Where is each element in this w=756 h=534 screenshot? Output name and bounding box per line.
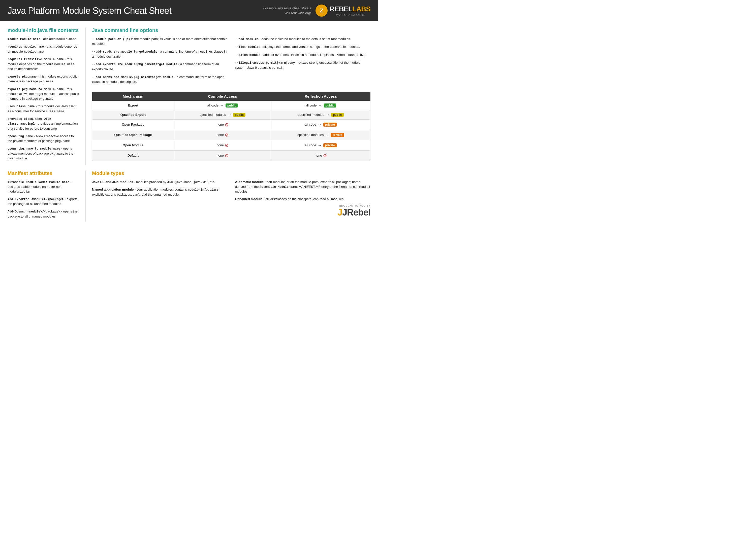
- reflect-open-package: all code→private: [271, 119, 370, 130]
- header-tagline: For more awesome cheat sheets visit rebe…: [263, 6, 311, 15]
- table-header-compile: Compile Access: [174, 92, 271, 101]
- entry-uses: uses class.name - this module declares i…: [8, 104, 79, 114]
- code-module: module module.name: [8, 38, 40, 41]
- bottom-section: Manifest attributes Automatic-Module-Nam…: [0, 170, 378, 227]
- entry-exports: exports pkg.name - this module exports p…: [8, 74, 79, 84]
- manifest-auto-module: Automatic-Module-Name: module.name - dec…: [8, 180, 79, 194]
- cmd-col1: --module-path or (-p) is the module path…: [92, 37, 228, 88]
- module-types-grid: Java SE and JDK modules - modules provid…: [92, 180, 370, 218]
- title-bold: Java Platform Module System: [8, 6, 121, 16]
- mechanism-qualified-export: Qualified Export: [92, 110, 174, 119]
- entry-exports-to: exports pkg.name to module.name - this m…: [8, 87, 79, 101]
- reflect-export: all code→public: [271, 101, 370, 110]
- reflect-default: none⊘: [271, 150, 370, 161]
- automatic-module: Automatic module - non-modular jar on th…: [235, 180, 371, 194]
- bottom-right: Module types Java SE and JDK modules - m…: [86, 170, 370, 222]
- cmd-add-reads: --add-reads src.module=target.module - a…: [92, 49, 228, 59]
- labs-text: LABS: [352, 5, 370, 13]
- module-types-col2: Automatic module - non-modular jar on th…: [235, 180, 371, 218]
- access-table: Mechanism Compile Access Reflection Acce…: [92, 92, 370, 161]
- table-row-export: Export all code→public all code→public: [92, 101, 370, 110]
- table-row-open-module: Open Module none⊘ all code→private: [92, 140, 370, 150]
- entry-requires-transitive: requires transitive module.name - this m…: [8, 57, 79, 71]
- compile-default: none⊘: [174, 150, 271, 161]
- entry-requires: requires module.name - this module depen…: [8, 44, 79, 54]
- reflect-qualified-open: specified modules→private: [271, 130, 370, 140]
- compile-open-module: none⊘: [174, 140, 271, 150]
- code-req-trans: requires transitive module.name: [8, 58, 64, 61]
- cmd-options-title: Java command line options: [92, 27, 370, 33]
- rebel-sub-text: by ZEROTURNAROUND: [330, 13, 370, 16]
- mechanism-default: Default: [92, 150, 174, 161]
- cmd-list-modules: --list-modules - displays the names and …: [235, 44, 371, 49]
- right-column: Java command line options --module-path …: [86, 27, 370, 165]
- table-header-mechanism: Mechanism: [92, 92, 174, 101]
- rebel-text: REBEL: [330, 5, 352, 13]
- brought-by-text: BROUGHT TO YOU BY: [235, 204, 371, 207]
- java-se-jdk: Java SE and JDK modules - modules provid…: [92, 180, 228, 185]
- code-exports-to: exports pkg.name to module.name: [8, 88, 64, 91]
- manifest-title: Manifest attributes: [8, 170, 79, 176]
- module-types-col1: Java SE and JDK modules - modules provid…: [92, 180, 228, 218]
- cmd-add-exports: --add-exports src.module/pkg.name=target…: [92, 62, 228, 71]
- entry-opens-to: opens pkg.name to module.name - opens pr…: [8, 146, 79, 161]
- named-module: Named application module - your applicat…: [92, 187, 228, 197]
- table-row-qualified-open: Qualified Open Package none⊘ specified m…: [92, 130, 370, 140]
- table-row-qualified-export: Qualified Export specified modules→publi…: [92, 110, 370, 119]
- jrebel-brand: JJRebel: [235, 207, 371, 218]
- tagline-line2: visit rebellabs.org!: [263, 11, 311, 15]
- table-row-open-package: Open Package none⊘ all code→private: [92, 119, 370, 130]
- mechanism-open-module: Open Module: [92, 140, 174, 150]
- rebel-logo-icon: Z: [315, 5, 328, 17]
- mechanism-open-package: Open Package: [92, 119, 174, 130]
- compile-qualified-export: specified modules→public: [174, 110, 271, 119]
- left-column: module-info.java file contents module mo…: [8, 27, 86, 165]
- table-row-default: Default none⊘ none⊘: [92, 150, 370, 161]
- footer-brand-block: BROUGHT TO YOU BY JJRebel: [235, 204, 371, 218]
- entry-provides: provides class.name with class.name.impl…: [8, 116, 79, 131]
- page-title: Java Platform Module System Cheat Sheet: [8, 5, 171, 16]
- rebel-word: JRebel: [342, 207, 370, 217]
- compile-export: all code→public: [174, 101, 271, 110]
- cmd-module-path: --module-path or (-p) is the module path…: [92, 37, 228, 46]
- code-provides: provides class.name with class.name.impl: [8, 117, 51, 126]
- entry-opens: opens pkg.name - allows reflective acces…: [8, 134, 79, 144]
- table-header-reflect: Reflection Access: [271, 92, 370, 101]
- header-title-block: Java Platform Module System Cheat Sheet: [8, 5, 171, 16]
- code-uses: uses class.name: [8, 105, 35, 108]
- title-light: Cheat Sheet: [124, 6, 171, 15]
- code-opens-to: opens pkg.name to module.name: [8, 147, 60, 151]
- manifest-add-exports: Add-Exports: <module>/<package> - export…: [8, 197, 79, 206]
- cmd-add-modules: --add-modules - adds the indicated modul…: [235, 37, 371, 41]
- compile-qualified-open: none⊘: [174, 130, 271, 140]
- main-content: module-info.java file contents module mo…: [0, 21, 378, 170]
- header-right: For more awesome cheat sheets visit rebe…: [263, 5, 370, 17]
- cmd-patch-module: --patch-module - adds or overrides class…: [235, 53, 371, 57]
- manifest-add-opens: Add-Opens: <module>/<package> - opens th…: [8, 209, 79, 219]
- entry-module: module module.name - declares module.nam…: [8, 37, 79, 41]
- cmd-section: --module-path or (-p) is the module path…: [92, 37, 370, 88]
- code-exports: exports pkg.name: [8, 75, 37, 79]
- mechanism-export: Export: [92, 101, 174, 110]
- reflect-open-module: all code→private: [271, 140, 370, 150]
- mechanism-qualified-open: Qualified Open Package: [92, 130, 174, 140]
- j-letter: J: [338, 207, 342, 217]
- reflect-qualified-export: specified modules→public: [271, 110, 370, 119]
- module-info-title: module-info.java file contents: [8, 27, 79, 33]
- rebel-labs-brand: Z REBELLABS by ZEROTURNAROUND: [315, 5, 370, 17]
- tagline-line1: For more awesome cheat sheets: [263, 6, 311, 11]
- compile-open-package: none⊘: [174, 119, 271, 130]
- code-opens: opens pkg.name: [8, 135, 33, 138]
- code-requires: requires module.name: [8, 45, 44, 49]
- unnamed-module: Unnamed module - all jars/classes on the…: [235, 197, 371, 202]
- rebel-labs-text-block: REBELLABS by ZEROTURNAROUND: [330, 5, 370, 16]
- rebel-labs-name: REBELLABS: [330, 5, 370, 13]
- module-types-title: Module types: [92, 170, 370, 176]
- cmd-add-opens: --add-opens src.module/pkg.name=target.m…: [92, 75, 228, 84]
- bottom-left: Manifest attributes Automatic-Module-Nam…: [8, 170, 86, 222]
- cmd-illegal-access: --illegal-access=permit|warn|deny - rela…: [235, 61, 371, 70]
- header: Java Platform Module System Cheat Sheet …: [0, 0, 378, 21]
- cmd-col2: --add-modules - adds the indicated modul…: [235, 37, 371, 88]
